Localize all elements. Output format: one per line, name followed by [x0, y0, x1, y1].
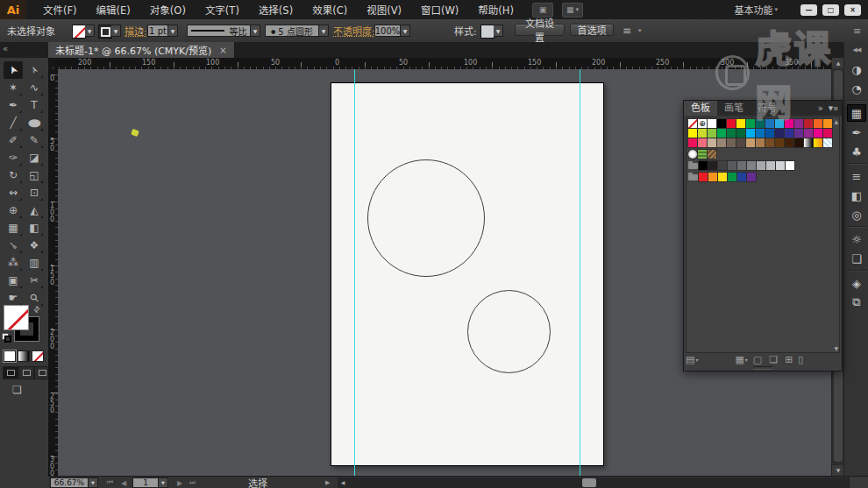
swatch[interactable] — [765, 138, 774, 147]
type-tool[interactable]: T — [25, 96, 44, 114]
symbol-sprayer-tool[interactable]: ⁂ — [4, 254, 23, 272]
column-graph-tool[interactable]: ▥ — [25, 254, 44, 272]
swatch[interactable] — [766, 161, 775, 170]
swatch[interactable] — [775, 138, 784, 147]
preferences-button[interactable]: 首选项 — [570, 24, 614, 36]
swatch[interactable] — [708, 161, 717, 170]
swatch-registration[interactable]: ⊕ — [698, 119, 707, 128]
shape-builder-tool[interactable]: ⊕ — [4, 202, 23, 219]
pencil-tool[interactable]: ✎ — [25, 131, 44, 149]
opacity-link[interactable]: 不透明度: — [333, 25, 375, 37]
width-tool[interactable]: ↭ — [4, 184, 23, 202]
hand-tool[interactable]: ☛ — [4, 289, 23, 307]
style-dropdown[interactable]: ▼ — [494, 25, 503, 37]
default-fill-stroke-icon[interactable] — [2, 333, 11, 343]
free-transform-tool[interactable]: ⊡ — [25, 184, 44, 202]
swatch[interactable] — [765, 119, 774, 128]
opacity-field[interactable]: 100% — [374, 25, 401, 37]
paintbrush-tool[interactable]: ✐ — [4, 131, 23, 149]
next-artboard-icon[interactable]: ▶ — [177, 477, 182, 488]
stroke-dropdown[interactable]: ▼ — [111, 25, 121, 37]
previous-artboard-icon[interactable]: ◀ — [121, 477, 126, 488]
appearance-panel-icon[interactable]: ☼ — [847, 230, 866, 248]
swatch[interactable] — [794, 119, 803, 128]
lasso-tool[interactable]: ∿ — [25, 79, 44, 96]
artboards-panel-icon[interactable]: ⧉ — [847, 294, 866, 311]
brush-definition-dropdown[interactable]: ▼ — [319, 25, 329, 37]
blend-tool[interactable]: ❖ — [25, 237, 44, 254]
perspective-grid-tool[interactable]: ◭ — [25, 202, 44, 219]
direct-selection-tool[interactable]: ➢ — [25, 61, 44, 79]
symbols-panel-icon[interactable]: ♣ — [847, 143, 866, 160]
zoom-level-field[interactable]: 66.67% — [50, 477, 89, 488]
swatch[interactable] — [756, 119, 765, 128]
swatch[interactable] — [775, 119, 784, 128]
artboard-tool[interactable]: ▣ — [4, 272, 23, 289]
stroke-panel-link[interactable]: 描边: — [125, 25, 147, 37]
swatch-scroll-down-icon[interactable]: ▼ — [834, 345, 838, 351]
swatch[interactable] — [717, 138, 726, 147]
swatch[interactable] — [804, 119, 813, 128]
swatch[interactable] — [708, 129, 716, 138]
swatch[interactable] — [804, 129, 813, 138]
swatch[interactable] — [814, 129, 822, 138]
swatch[interactable] — [727, 119, 736, 128]
menu-type[interactable]: 文字(T) — [196, 3, 249, 17]
expand-panels-icon[interactable]: ◀◀ — [844, 42, 868, 59]
swatch-kinds-icon[interactable]: ▦▾ — [735, 354, 747, 365]
swatch[interactable] — [756, 138, 765, 147]
pen-tool[interactable]: ✒ — [4, 96, 23, 114]
menu-view[interactable]: 视图(V) — [357, 3, 411, 17]
swatch-pattern-green[interactable] — [698, 150, 707, 159]
close-button[interactable]: × — [844, 4, 861, 16]
width-profile-dropdown[interactable]: ▼ — [251, 25, 260, 37]
swatch-libraries-icon[interactable]: ▤▾ — [686, 354, 698, 365]
horizontal-scrollbar[interactable]: ◀ ▶ — [338, 477, 868, 488]
fill-dropdown[interactable]: ▼ — [85, 25, 95, 37]
new-swatch-icon[interactable]: ⊞ — [785, 354, 793, 365]
gradient-button[interactable] — [18, 350, 30, 362]
menu-window[interactable]: 窗口(W) — [411, 3, 468, 17]
style-swatch[interactable] — [480, 25, 494, 39]
tab-brushes[interactable]: 画笔 — [717, 101, 751, 116]
swatch-none[interactable] — [688, 119, 697, 128]
bridge-icon[interactable]: ▣ — [532, 3, 553, 18]
menu-object[interactable]: 对象(O) — [140, 3, 196, 17]
last-artboard-icon[interactable]: ⏭ — [189, 477, 196, 488]
swatches-panel-icon[interactable]: ▦ — [847, 104, 866, 122]
swatch[interactable] — [708, 138, 716, 147]
toolbar-collapse-icon[interactable]: « — [3, 44, 8, 53]
artboard-number-dropdown[interactable]: ▼ — [159, 477, 168, 488]
delete-swatch-icon[interactable]: ▯ — [798, 354, 803, 365]
arrange-documents-icon[interactable]: ▦ ▾ — [562, 3, 583, 18]
scroll-left-icon[interactable]: ◀ — [338, 477, 348, 488]
maximize-button[interactable]: □ — [822, 4, 839, 16]
align-icon[interactable]: ≡ — [623, 25, 631, 37]
ellipse-tool[interactable]: ● — [25, 114, 44, 131]
swatch[interactable] — [747, 161, 756, 170]
swatch[interactable] — [746, 119, 755, 128]
menu-file[interactable]: 文件(F) — [33, 3, 87, 17]
stroke-width-field[interactable]: 1 pt — [147, 25, 168, 37]
swatch[interactable] — [698, 129, 707, 138]
color-button[interactable] — [4, 350, 16, 362]
swatch[interactable] — [786, 161, 794, 170]
scale-tool[interactable]: ◱ — [25, 166, 44, 184]
slice-tool[interactable]: ✂ — [25, 272, 44, 289]
swatch[interactable] — [717, 129, 726, 138]
scroll-up-icon[interactable]: ▲ — [832, 58, 844, 68]
horizontal-ruler[interactable]: 20015010050050100150200250300350 — [48, 58, 831, 70]
none-button[interactable] — [32, 350, 44, 362]
circle-shape-2[interactable] — [467, 290, 551, 373]
rotate-tool[interactable]: ↻ — [4, 166, 23, 184]
panel-menu-icon[interactable]: ▼≡ — [829, 105, 838, 112]
swatch-radial-gradient[interactable] — [688, 150, 697, 159]
swatch-scrollbar[interactable]: ▲ ▼ — [830, 117, 839, 352]
document-tab[interactable]: 未标题-1* @ 66.67% (CMYK/预览) × — [48, 42, 235, 58]
opacity-dropdown[interactable]: ▼ — [401, 25, 410, 37]
swatch[interactable] — [688, 138, 697, 147]
swap-fill-stroke-icon[interactable]: ⇄ — [32, 304, 42, 315]
stroke-color-swatch[interactable] — [98, 25, 112, 39]
swatch[interactable] — [728, 161, 736, 170]
stroke-width-dropdown[interactable]: ▼ — [168, 25, 178, 37]
